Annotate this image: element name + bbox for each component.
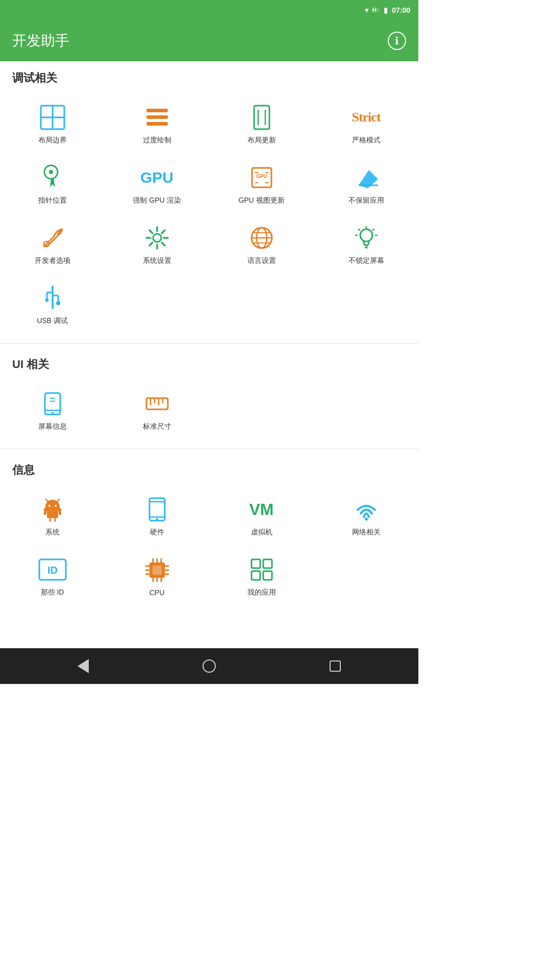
item-vm[interactable]: VM 虚拟机	[209, 486, 314, 546]
item-no-keep-apps[interactable]: 不保留应用	[314, 154, 418, 214]
item-lang-settings-label: 语言设置	[247, 256, 276, 265]
svg-point-21	[153, 234, 161, 242]
svg-line-26	[149, 230, 153, 233]
app-bar: 开发助手 ℹ	[0, 20, 418, 61]
item-usb-debug[interactable]: USB 调试	[0, 275, 105, 335]
vm-icon: VM	[247, 495, 276, 524]
svg-marker-49	[51, 285, 54, 287]
item-pointer-label: 指针位置	[38, 196, 67, 205]
app-title: 开发助手	[12, 31, 69, 51]
battery-icon: ▮	[384, 6, 388, 14]
item-lang-settings[interactable]: 语言设置	[209, 214, 314, 275]
bulb-icon	[352, 224, 381, 252]
item-gpu-view-label: GPU 视图更新	[238, 196, 284, 205]
item-network[interactable]: 网络相关	[314, 486, 418, 546]
item-usb-debug-label: USB 调试	[37, 316, 68, 326]
svg-rect-78	[153, 566, 162, 575]
screen-icon	[38, 389, 67, 418]
item-ids-label: 那些 ID	[41, 588, 64, 597]
svg-text:ID: ID	[47, 565, 58, 576]
item-overdraw[interactable]: 过度绘制	[105, 94, 209, 154]
layout-update-icon	[247, 103, 276, 132]
item-sys-settings[interactable]: 系统设置	[105, 214, 209, 275]
svg-rect-55	[146, 398, 168, 409]
item-myapps[interactable]: 我的应用	[209, 546, 314, 606]
svg-rect-92	[263, 559, 272, 568]
info-button[interactable]: ℹ	[388, 32, 406, 50]
svg-rect-66	[59, 508, 61, 515]
apps-icon	[247, 555, 276, 584]
recent-button[interactable]	[325, 656, 345, 676]
item-system[interactable]: 系统	[0, 486, 105, 546]
svg-point-62	[55, 505, 57, 507]
section-ui-title: UI 相关	[0, 348, 418, 376]
item-screen-info[interactable]: 屏幕信息	[0, 380, 105, 440]
item-system-label: 系统	[45, 528, 60, 537]
svg-rect-91	[252, 559, 260, 568]
item-layout-border-label: 布局边界	[38, 136, 67, 145]
section-ui: UI 相关 屏幕信息	[0, 348, 418, 445]
item-network-label: 网络相关	[352, 528, 381, 537]
item-vm-label: 虚拟机	[251, 528, 272, 537]
svg-line-39	[373, 229, 374, 230]
overdraw-icon	[143, 103, 171, 132]
svg-rect-94	[263, 571, 272, 580]
item-dev-options[interactable]: 开发者选项	[0, 214, 105, 275]
divider-1	[0, 343, 418, 344]
section-info: 信息	[0, 453, 418, 610]
pointer-icon	[38, 163, 67, 192]
svg-text:GPU: GPU	[256, 174, 267, 179]
svg-rect-5	[146, 122, 168, 126]
item-myapps-label: 我的应用	[247, 588, 276, 597]
globe-icon	[247, 224, 276, 252]
wrench-icon	[38, 224, 67, 252]
debug-grid: 布局边界 过度绘制	[0, 90, 418, 339]
settings-icon	[143, 224, 171, 252]
svg-point-35	[360, 229, 372, 241]
ruler-icon	[143, 389, 171, 418]
svg-rect-67	[47, 508, 58, 518]
gpu-icon: GPU	[143, 163, 171, 192]
item-sys-settings-label: 系统设置	[143, 256, 171, 265]
svg-point-73	[156, 518, 158, 520]
nav-bar	[0, 648, 418, 684]
section-debug: 调试相关 布局边界	[0, 61, 418, 339]
svg-rect-50	[45, 393, 60, 414]
section-info-title: 信息	[0, 453, 418, 482]
item-no-lock[interactable]: 不锁定屏幕	[314, 214, 418, 275]
section-debug-title: 调试相关	[0, 61, 418, 90]
svg-line-27	[162, 242, 165, 246]
main-content: 调试相关 布局边界	[0, 61, 418, 648]
svg-point-10	[49, 170, 53, 174]
item-layout-update[interactable]: 布局更新	[209, 94, 314, 154]
item-gpu-view[interactable]: GPU GPU 视图更新	[209, 154, 314, 214]
item-hardware-label: 硬件	[150, 528, 164, 537]
phone-icon	[143, 495, 171, 524]
item-pointer[interactable]: 指针位置	[0, 154, 105, 214]
svg-point-48	[56, 301, 60, 305]
item-std-size-label: 标准尺寸	[143, 422, 171, 431]
back-button[interactable]	[73, 656, 93, 676]
android-icon	[38, 495, 67, 524]
item-hardware[interactable]: 硬件	[105, 486, 209, 546]
item-screen-info-label: 屏幕信息	[38, 422, 67, 431]
item-force-gpu[interactable]: GPU 强制 GPU 渲染	[105, 154, 209, 214]
svg-rect-3	[146, 109, 168, 112]
item-strict-mode[interactable]: Strict 严格模式	[314, 94, 418, 154]
svg-rect-47	[45, 299, 48, 302]
id-icon: ID	[38, 555, 67, 584]
item-std-size[interactable]: 标准尺寸	[105, 380, 209, 440]
layout-border-icon	[38, 103, 67, 132]
home-button[interactable]	[199, 656, 219, 676]
svg-line-63	[46, 499, 48, 502]
svg-line-28	[162, 230, 165, 233]
item-cpu[interactable]: CPU	[105, 546, 209, 606]
eraser-icon	[352, 163, 381, 192]
item-layout-border[interactable]: 布局边界	[0, 94, 105, 154]
status-bar: ▾ H↑ ▮ 07:00	[0, 0, 418, 20]
svg-rect-65	[44, 508, 46, 515]
item-cpu-label: CPU	[149, 589, 165, 597]
svg-point-52	[52, 412, 54, 414]
item-ids[interactable]: ID 那些 ID	[0, 546, 105, 606]
time-display: 07:00	[392, 6, 410, 14]
